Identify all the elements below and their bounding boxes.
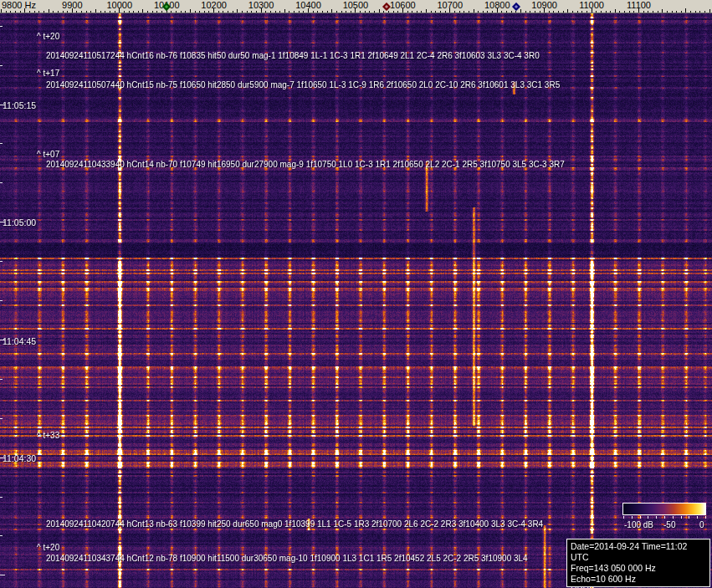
freq-tick <box>454 11 455 13</box>
freq-tick <box>497 8 498 13</box>
freq-tick <box>676 11 677 13</box>
freq-tick <box>492 11 493 13</box>
freq-tick <box>449 8 450 13</box>
freq-tick <box>483 11 484 13</box>
freq-tick <box>81 11 82 13</box>
freq-tick <box>581 11 582 13</box>
freq-tick <box>511 11 512 13</box>
red-marker-diamond[interactable] <box>382 3 391 11</box>
freq-tick <box>20 11 21 13</box>
freq-tick <box>412 11 412 13</box>
freq-tick <box>58 11 59 13</box>
freq-tick <box>709 9 710 13</box>
freq-tick <box>233 11 233 13</box>
freq-tick <box>152 11 153 13</box>
freq-tick <box>619 11 620 13</box>
freq-tick <box>369 11 370 13</box>
freq-tick <box>251 11 252 13</box>
freq-tick <box>445 11 446 13</box>
freq-tick <box>478 11 479 13</box>
freq-tick <box>133 11 134 13</box>
freq-tick <box>10 11 11 13</box>
freq-tick <box>265 11 266 13</box>
freq-tick <box>558 11 559 13</box>
freq-tick <box>86 11 87 13</box>
freq-tick <box>351 11 351 13</box>
freq-tick <box>606 11 607 13</box>
freq-tick <box>346 11 346 13</box>
freq-tick <box>213 8 214 13</box>
freq-tick <box>289 11 289 13</box>
blue-marker-diamond[interactable] <box>512 3 520 11</box>
freq-tick <box>699 11 700 13</box>
freq-tick <box>544 8 545 13</box>
freq-tick <box>596 11 597 13</box>
freq-tick <box>76 11 77 13</box>
freq-tick <box>426 9 427 13</box>
freq-tick <box>520 9 521 13</box>
freq-tick <box>336 11 337 13</box>
freq-tick <box>299 11 300 13</box>
freq-tick <box>685 8 686 13</box>
freq-tick <box>49 9 49 13</box>
freq-tick <box>553 11 554 13</box>
freq-tick <box>181 11 182 13</box>
freq-tick <box>294 11 295 13</box>
freq-tick <box>417 11 417 13</box>
freq-tick <box>190 9 191 13</box>
freq-tick <box>63 11 64 13</box>
freq-tick <box>365 11 366 13</box>
waterfall-spectrogram[interactable] <box>0 13 712 588</box>
freq-tick <box>105 11 105 13</box>
freq-tick <box>374 11 375 13</box>
freq-tick <box>147 11 148 13</box>
freq-tick <box>322 11 323 13</box>
freq-tick <box>44 11 44 13</box>
freq-tick <box>256 11 257 13</box>
freq-tick <box>563 11 564 13</box>
freq-tick <box>313 11 314 13</box>
freq-tick <box>360 11 361 13</box>
freq-tick <box>242 11 243 13</box>
freq-tick <box>90 11 91 13</box>
freq-tick <box>435 11 436 13</box>
freq-tick <box>577 11 578 13</box>
freq-tick <box>667 11 668 13</box>
freq-tick <box>270 11 271 13</box>
freq-tick <box>24 8 25 13</box>
freq-tick <box>624 11 625 13</box>
freq-tick <box>279 11 280 13</box>
freq-tick-label: 9800 Hz <box>2 0 36 10</box>
freq-tick <box>115 11 115 13</box>
freq-tick <box>237 9 238 13</box>
freq-tick <box>100 11 101 13</box>
freq-tick <box>397 11 398 13</box>
freq-tick <box>53 11 54 13</box>
freq-tick <box>124 11 125 13</box>
spectrum-monitor-window: 9800 Hz990010000101001020010300104001050… <box>0 0 712 588</box>
freq-tick <box>388 11 389 13</box>
freq-tick <box>629 11 630 13</box>
freq-tick <box>440 11 441 13</box>
freq-tick <box>38 11 39 13</box>
freq-tick <box>72 8 73 13</box>
freq-tick <box>138 11 139 13</box>
freq-tick <box>459 11 460 13</box>
freq-tick <box>208 11 209 13</box>
freq-tick <box>247 11 248 13</box>
freq-tick <box>535 11 535 13</box>
freq-tick <box>161 11 162 13</box>
freq-tick <box>6 11 7 13</box>
freq-tick <box>638 8 639 13</box>
freq-tick <box>653 11 653 13</box>
freq-tick <box>1 9 2 13</box>
freq-tick <box>540 11 540 13</box>
freq-tick <box>662 9 663 13</box>
freq-tick <box>506 11 507 13</box>
freq-tick <box>695 11 696 13</box>
freq-tick <box>658 11 658 13</box>
freq-tick <box>402 8 403 13</box>
freq-tick <box>469 11 469 13</box>
freq-tick <box>15 11 16 13</box>
freq-tick <box>592 8 592 13</box>
